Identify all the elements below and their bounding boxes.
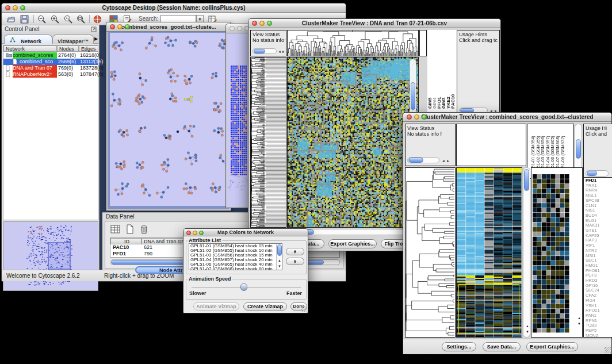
attribute-list-scrollbar[interactable]: ▲ ▼ <box>276 244 282 270</box>
zoom-out-icon[interactable] <box>37 14 47 24</box>
dialog-titlebar[interactable]: Map Colors to Network <box>183 229 308 236</box>
tv1-heatmap-pane[interactable]: ▲ ▼ <box>287 57 419 228</box>
tv2-settings-button[interactable]: Settings... <box>442 342 476 351</box>
minimize-button[interactable] <box>193 231 197 235</box>
attr-col-id[interactable]: ID <box>110 238 141 244</box>
scroll-left-arrow[interactable]: ◄ <box>278 50 281 53</box>
col-header-nodes[interactable]: Nodes <box>57 45 79 52</box>
close-button[interactable] <box>407 114 412 120</box>
zoom-in-icon[interactable] <box>50 14 60 24</box>
open-file-icon[interactable] <box>6 14 16 24</box>
tv2-gene-list: PFD1YRA1RNR4MSL1SPC98CLN1NIS1BUD4ELG1MAK… <box>586 178 600 338</box>
scroll-left-arrow[interactable]: ◄ <box>442 159 445 163</box>
close-button[interactable] <box>252 21 257 26</box>
tv1-top-scroll-strip[interactable] <box>419 30 427 56</box>
network-canvas[interactable] <box>110 33 228 206</box>
zoom-fit-icon[interactable] <box>76 14 86 24</box>
network-row-combined_sco[interactable]: combined_sco2569(6)13112(15) <box>3 59 98 65</box>
create-vizmap-button[interactable]: Create Vizmap <box>243 302 287 311</box>
treeview2-titlebar[interactable]: ClusterMaker TreeView : combined_scores_… <box>403 113 611 122</box>
main-titlebar[interactable]: Cytoscape Desktop (Session Name: collins… <box>2 3 346 13</box>
close-button[interactable] <box>186 231 191 235</box>
tv2-selection-rectangle[interactable] <box>458 284 519 334</box>
folder-icon <box>6 52 13 59</box>
slower-label: Slower <box>189 290 206 296</box>
tv1-status-scrollbar[interactable] <box>253 48 277 54</box>
minimize-button[interactable] <box>414 114 419 120</box>
tab-vizmapper[interactable]: VizMapper™ <box>52 35 94 44</box>
tv1-export-graphics-button[interactable]: Export Graphics... <box>328 239 377 248</box>
scroll-up-arrow[interactable]: ▲ <box>278 259 281 262</box>
zoom-button[interactable] <box>199 231 204 235</box>
tv1-usage-title: Usage Hints <box>459 32 498 37</box>
tv1-row-dendrogram-pane[interactable] <box>250 57 286 228</box>
tv1-usage-hints-panel: Usage Hints Click and drag tc ◄ ► <box>457 30 500 117</box>
network-row-combined_scores[interactable]: combined_scores2764(0)16218(0) <box>3 52 98 59</box>
attr-row-value: 621 <box>144 244 152 251</box>
scroll-down-arrow[interactable]: ▼ <box>278 265 281 268</box>
zoom-button[interactable] <box>267 21 272 26</box>
zoom-button[interactable] <box>422 114 427 120</box>
float-panel-icon[interactable] <box>91 26 97 32</box>
new-attribute-icon[interactable] <box>124 224 136 235</box>
network-row-DNA and Tran 07[interactable]: DNA and Tran 07769(0)183728(0) <box>3 65 98 71</box>
network-row-RNAPuberNov2+[interactable]: RNAPuberNov2+563(0)107847(0) <box>3 71 98 78</box>
attribute-item[interactable]: GPL51-07 (GSM868) heat shock 60 min <box>189 267 282 270</box>
tv2-heatmap-pane[interactable] <box>456 167 522 338</box>
scroll-right-arrow[interactable]: ► <box>282 50 285 53</box>
scrollbar-thumb[interactable] <box>524 169 529 191</box>
close-button[interactable] <box>230 26 235 31</box>
tv1-column-dendrogram-pane[interactable] <box>287 30 419 56</box>
scroll-right-arrow[interactable]: ► <box>446 159 450 163</box>
tv2-export-graphics-button[interactable]: Export Graphics... <box>526 342 578 351</box>
minimize-button[interactable] <box>259 21 265 26</box>
network-name: RNAPuberNov2+ <box>13 71 57 78</box>
scrollbar-thumb[interactable] <box>277 244 282 256</box>
zoom-button[interactable] <box>125 24 130 29</box>
tv2-heatmap-vscrollbar[interactable]: ▲ ▼ <box>523 167 530 338</box>
resize-grip[interactable] <box>605 347 611 353</box>
scroll-down-arrow[interactable]: ▼ <box>526 330 529 334</box>
table-icon[interactable] <box>110 224 121 235</box>
close-button[interactable] <box>5 5 10 10</box>
move-attribute-up-button[interactable]: ∧ <box>286 248 304 255</box>
speed-slider-thumb[interactable] <box>240 283 247 291</box>
tab-network[interactable]: Network <box>4 35 52 44</box>
tv2-save-data-button[interactable]: Save Data... <box>483 342 521 351</box>
tv2-usage-scrollbar[interactable] <box>586 170 609 177</box>
tv2-zoom-heatmap-pane[interactable]: ▲ ▼ <box>531 167 583 338</box>
main-window-title: Cytoscape Desktop (Session Name: collins… <box>13 3 334 13</box>
network-table: Network Nodes Edges combined_scores2764(… <box>3 45 98 220</box>
gene-item-MON2[interactable]: MON2 <box>586 334 600 338</box>
scrollbar-thumb[interactable] <box>411 82 415 110</box>
treeview1-titlebar[interactable]: ClusterMaker TreeView : DNA and Tran 07-… <box>248 19 500 28</box>
scroll-up-arrow[interactable]: ▲ <box>526 324 529 328</box>
control-panel-tabs: Network VizMapper™ ▶ <box>2 34 99 44</box>
scroll-up-arrow[interactable]: ▲ <box>577 316 581 320</box>
toolbar-separator <box>33 15 34 23</box>
minimize-button[interactable] <box>13 5 18 10</box>
tv2-status-scrollbar[interactable] <box>407 157 439 163</box>
network-view-titlebar[interactable]: combined_scores_good.txt--cluste... <box>106 22 231 32</box>
zoom-selected-icon[interactable] <box>63 14 73 24</box>
animate-vizmap-button[interactable]: Animate Vizmap <box>193 302 239 311</box>
move-attribute-down-button[interactable]: ∨ <box>286 258 304 265</box>
minimize-button[interactable] <box>117 24 123 29</box>
save-icon[interactable] <box>20 14 29 24</box>
scroll-down-arrow[interactable]: ▼ <box>577 322 581 325</box>
col-header-edges[interactable]: Edges <box>79 45 98 52</box>
tv1-col-label-PAC10: PAC10 <box>451 94 456 109</box>
delete-attribute-icon[interactable] <box>139 224 150 235</box>
tv2-column-dendrogram-pane[interactable] <box>456 124 526 166</box>
zoom-button[interactable] <box>20 5 25 10</box>
minimize-button[interactable] <box>237 26 242 31</box>
treeview1-title: ClusterMaker TreeView : DNA and Tran 07-… <box>260 19 489 28</box>
scrollbar-thumb[interactable] <box>576 139 581 159</box>
file-icon <box>6 65 13 71</box>
close-button[interactable] <box>110 24 115 29</box>
resize-grip[interactable] <box>301 306 307 312</box>
col-header-network[interactable]: Network <box>3 45 57 52</box>
tab-overflow-arrow[interactable]: ▶ <box>94 36 98 41</box>
help-lifesaver-icon[interactable] <box>93 14 102 24</box>
tv2-row-dendrogram-pane[interactable] <box>405 167 456 338</box>
